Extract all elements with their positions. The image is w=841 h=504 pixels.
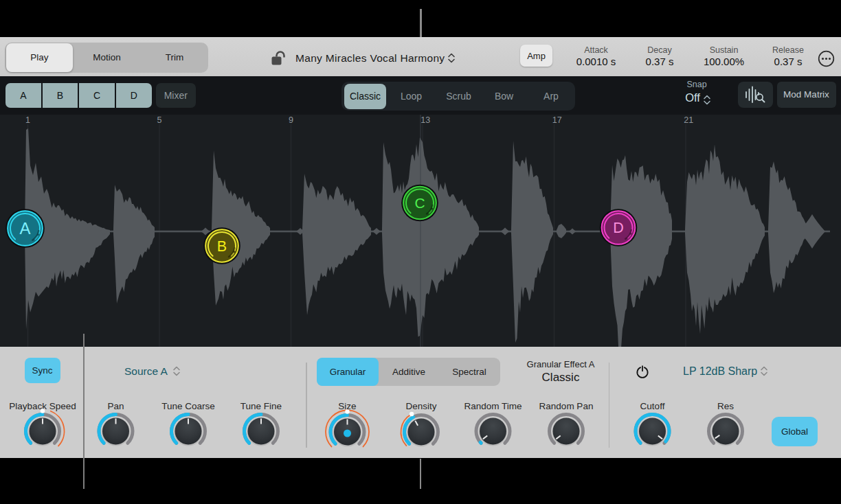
svg-text:17: 17 [552, 115, 562, 125]
svg-text:21: 21 [684, 115, 693, 125]
svg-text:D: D [613, 220, 624, 236]
svg-text:C: C [414, 195, 425, 211]
svg-text:5: 5 [157, 115, 162, 125]
svg-text:A: A [19, 219, 30, 238]
svg-text:B: B [217, 238, 227, 255]
svg-text:1: 1 [25, 115, 30, 125]
svg-text:9: 9 [289, 115, 293, 125]
svg-text:13: 13 [420, 115, 430, 125]
